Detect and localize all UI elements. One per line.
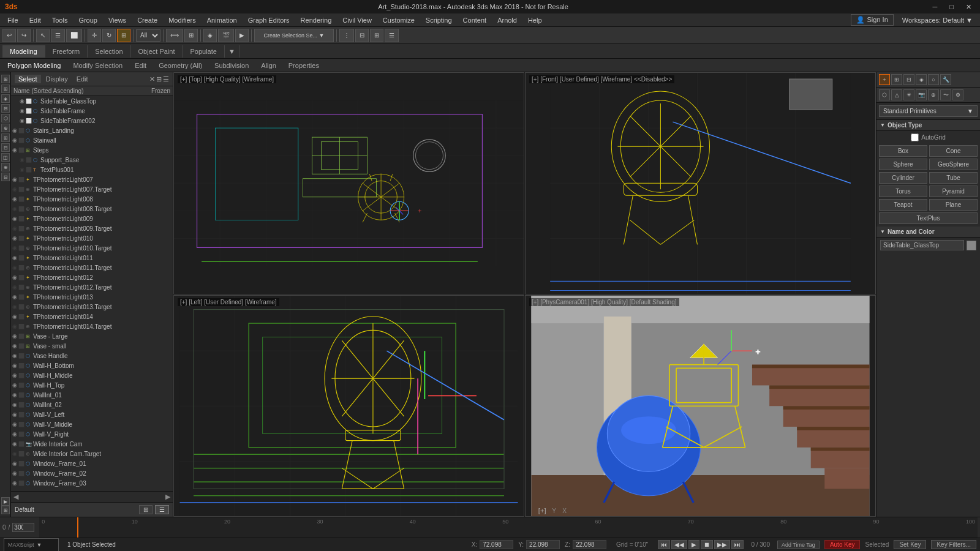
scene-item[interactable]: ◉ ⬜ ⬡ Wall-V_Left: [11, 410, 173, 419]
scroll-left-btn[interactable]: ◀: [13, 493, 18, 501]
scene-item[interactable]: ◉ ⬜ ⊕ TPhotometricLight013.Target: [11, 302, 173, 312]
scene-item[interactable]: ◉ ⬜ ⊕ TPhotometricLight012.Target: [11, 282, 173, 292]
eye-icon[interactable]: ◉: [12, 127, 17, 133]
autogrid-checkbox-label[interactable]: AutoGrid: [880, 133, 976, 141]
scene-item[interactable]: ◉ ⬜ ⊞ Vase - Large: [11, 331, 173, 341]
scene-item[interactable]: ◉ ⬜ ✦ TPhotometricLight010: [11, 233, 173, 243]
eye-icon[interactable]: ◉: [12, 421, 17, 427]
eye-icon[interactable]: ◉: [20, 108, 24, 114]
scene-explorer-button[interactable]: ☰: [385, 29, 399, 42]
scene-render-btn[interactable]: ⊞: [139, 505, 153, 514]
side-icon-8[interactable]: ⊟: [1, 143, 10, 152]
helpers-btn[interactable]: ⊕: [928, 89, 939, 100]
scene-item[interactable]: ◉ ⬜ ⬡ Wall-V_Right: [11, 429, 173, 439]
panel-tab-edit-menu[interactable]: Edit: [73, 75, 92, 83]
scene-item[interactable]: ◉ ⬜ ⬡ Wall-H_Top: [11, 380, 173, 390]
scale-button[interactable]: ⊞: [117, 29, 130, 42]
side-icon-9[interactable]: ◫: [1, 153, 10, 162]
teapot-btn[interactable]: Teapot: [879, 199, 927, 211]
eye-icon[interactable]: ◉: [12, 216, 17, 222]
scene-item[interactable]: ◉ ⬜ ✦ TPhotometricLight014: [11, 312, 173, 321]
side-icon-7[interactable]: ⊞: [1, 133, 10, 142]
side-icon-10[interactable]: ⊕: [1, 163, 10, 171]
eye-icon[interactable]: ◉: [12, 382, 17, 388]
select-by-name-button[interactable]: ☰: [51, 29, 65, 42]
scene-item[interactable]: ◉ ⬜ ⊞ Vase - small: [11, 341, 173, 351]
scene-item[interactable]: ◉ ⬜ ⊞ Steps: [11, 145, 173, 155]
menu-civil-view[interactable]: Civil View: [337, 15, 376, 25]
eye-icon[interactable]: ◉: [20, 98, 24, 104]
primitives-dropdown[interactable]: Standard Primitives ▼: [879, 105, 978, 117]
undo-button[interactable]: ↩: [2, 29, 16, 42]
object-type-section-header[interactable]: ▼ Object Type: [876, 120, 980, 131]
eye-icon[interactable]: ◉: [12, 176, 17, 182]
viewport-bottom-left-label[interactable]: [+] [Left] [User Defined] [Wireframe]: [178, 298, 279, 306]
modify-panel-btn[interactable]: ⊞: [891, 74, 902, 85]
align-button[interactable]: ⊞: [184, 29, 198, 42]
y-coord-input[interactable]: [526, 540, 560, 549]
set-key-btn[interactable]: Set Key: [894, 540, 926, 549]
eye-icon[interactable]: ◉: [12, 402, 17, 408]
menu-graph-editors[interactable]: Graph Editors: [243, 15, 295, 25]
menu-help[interactable]: Help: [523, 15, 547, 25]
scene-item[interactable]: ◉ ⬜ ⬡ SideTableFrame: [11, 106, 173, 116]
close-button[interactable]: ✕: [962, 3, 975, 11]
scene-item[interactable]: ◉ ⬜ T TextPlus001: [11, 165, 173, 174]
scene-item[interactable]: ◉ ⬜ ⊕ TPhotometricLight007.Target: [11, 184, 173, 194]
eye-icon[interactable]: ◉: [12, 235, 17, 241]
side-icon-2[interactable]: ⊞: [1, 84, 10, 93]
x-coord-input[interactable]: [480, 540, 513, 549]
eye-icon[interactable]: ◉: [12, 274, 17, 280]
eye-icon[interactable]: ◉: [12, 441, 17, 447]
menu-customize[interactable]: Customize: [378, 15, 420, 25]
eye-icon[interactable]: ◉: [12, 196, 17, 202]
scene-item[interactable]: ◉ ⬜ ⬡ Window_Frame_02: [11, 468, 173, 478]
scene-item[interactable]: ◉ ⬜ ⊕ TPhotometricLight010.Target: [11, 243, 173, 253]
side-icon-bottom-1[interactable]: ▶: [1, 497, 10, 506]
menu-scripting[interactable]: Scripting: [421, 15, 457, 25]
viewport-bottom-right-label[interactable]: [+] [PhysCamera001] [High Quality] [Defa…: [529, 298, 679, 306]
tab-freeform[interactable]: Freeform: [45, 45, 88, 58]
shapes-btn[interactable]: △: [891, 89, 902, 100]
move-button[interactable]: ✛: [88, 29, 101, 42]
geosphere-btn[interactable]: GeoSphere: [929, 159, 978, 170]
cone-btn[interactable]: Cone: [929, 145, 978, 157]
auto-key-btn[interactable]: Auto Key: [824, 540, 861, 549]
scene-item[interactable]: ◉ ⬜ ⬡ Vase Handle: [11, 351, 173, 361]
layer-manager-button[interactable]: ⊟: [355, 29, 369, 42]
menu-edit[interactable]: Edit: [24, 15, 46, 25]
tab-object-paint[interactable]: Object Paint: [131, 45, 183, 58]
subtb-properties[interactable]: Properties: [284, 61, 324, 70]
scene-item[interactable]: ◉ ⬜ ⬡ Window_Frame_01: [11, 459, 173, 468]
motion-panel-btn[interactable]: ◈: [916, 74, 927, 85]
box-btn[interactable]: Box: [879, 145, 927, 157]
playhead[interactable]: [77, 517, 78, 538]
scene-item[interactable]: ◉ ⬜ ✦ TPhotometricLight012: [11, 272, 173, 282]
subtb-modify-selection[interactable]: Modify Selection: [68, 61, 127, 70]
prev-frame-btn[interactable]: ◀◀: [671, 540, 687, 549]
scene-item[interactable]: ◉ ⬜ ⊕ TPhotometricLight014.Target: [11, 321, 173, 331]
ribbon-toggle-button[interactable]: ⊞: [370, 29, 383, 42]
object-name-input[interactable]: [880, 240, 964, 250]
viewport-top-left-label[interactable]: [+] [Top] [High Quality] [Wireframe]: [178, 75, 276, 83]
scene-item[interactable]: ◉ ⬜ ✦ TPhotometricLight008: [11, 194, 173, 204]
menu-group[interactable]: Group: [74, 15, 102, 25]
scene-item[interactable]: ◉ ⬜ ⬡ SideTable_GlassTop: [11, 96, 173, 106]
box-icon[interactable]: ⬜: [26, 108, 32, 114]
viewport-bottom-left[interactable]: [+] [Left] [User Defined] [Wireframe]: [173, 295, 524, 517]
maxscript-listener[interactable]: MAXScript ▼: [4, 538, 59, 552]
scene-item[interactable]: ◉ ⬜ ✦ TPhotometricLight009: [11, 214, 173, 223]
color-swatch[interactable]: [967, 241, 976, 250]
scene-item[interactable]: ◉ ⬜ ⬡ Wall-V_Middle: [11, 419, 173, 429]
select-region-button[interactable]: ⬜: [66, 29, 82, 42]
tab-more[interactable]: ▼: [225, 45, 239, 58]
eye-icon[interactable]: ◉: [12, 353, 17, 359]
scene-item[interactable]: ◉ ⬜ ⬡ Stairwall: [11, 135, 173, 145]
scene-item[interactable]: ◉ ⬜ ⬡ Support_Base: [11, 155, 173, 165]
scene-item[interactable]: ◉ ⬜ 📷 Wide Interior Cam: [11, 439, 173, 449]
tube-btn[interactable]: Tube: [929, 172, 978, 184]
side-icon-6[interactable]: ⊕: [1, 124, 10, 132]
scene-item[interactable]: ◉ ⬜ ⬡ Stairs_Landing: [11, 126, 173, 135]
scene-list[interactable]: ◉ ⬜ ⬡ SideTable_GlassTop ◉ ⬜ ⬡ SideTable…: [11, 96, 173, 491]
next-frame-btn[interactable]: ▶▶: [714, 540, 730, 549]
